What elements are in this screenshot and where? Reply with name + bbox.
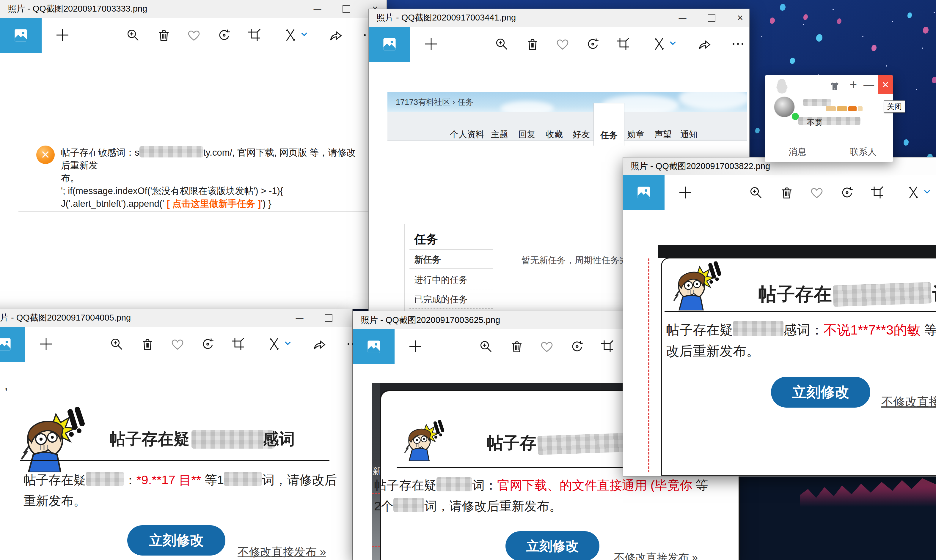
newbie-task-link[interactable]: [ 点击这里做新手任务 ] (167, 198, 261, 209)
message-text: 帖子存在疑 (23, 473, 86, 487)
divider (409, 249, 493, 250)
maximize-button[interactable] (314, 309, 343, 327)
rotate-icon[interactable] (586, 37, 600, 51)
modify-now-button[interactable]: 立刻修改 (506, 531, 600, 560)
minimize-button[interactable]: — (668, 9, 697, 27)
maximize-button[interactable] (332, 0, 361, 18)
blur-patch (191, 430, 275, 449)
crop-icon[interactable] (231, 337, 245, 351)
add-icon[interactable] (39, 337, 53, 351)
photos-logo-icon[interactable] (623, 175, 665, 210)
share-icon[interactable] (313, 337, 327, 351)
dotted-divider (409, 308, 493, 309)
alert-title-text: 帖子存在 (758, 284, 832, 304)
rotate-icon[interactable] (217, 28, 231, 42)
share-icon[interactable] (329, 28, 343, 42)
chevron-down-icon[interactable] (283, 338, 292, 353)
sensitive-word-red: 官网下载、的文件直接通用 (毕竟你 (497, 478, 692, 492)
message-text: 感词： (783, 322, 823, 337)
chevron-down-icon[interactable] (300, 30, 308, 44)
message-text: 词，请修改后重新发布。 (424, 499, 562, 513)
code-line: '; if(message.indexOf('您没有权限在该版块发帖') > -… (61, 186, 283, 196)
alert-message-line2: 2个词，请修改后重新发布。 (374, 498, 562, 515)
forum-tab[interactable]: 好友 (573, 112, 590, 145)
minimize-button[interactable]: — (285, 309, 314, 327)
maximize-button[interactable] (697, 9, 726, 27)
add-icon[interactable] (55, 28, 69, 42)
tab-messages[interactable]: 消息 (788, 146, 806, 158)
photos-logo-icon[interactable] (353, 329, 395, 364)
rotate-icon[interactable] (201, 337, 215, 351)
shocked-cartoon-icon (403, 420, 448, 466)
add-icon[interactable] (408, 339, 423, 354)
modify-now-button[interactable]: 立刻修改 (127, 525, 225, 555)
message-text: 等1个敏 (920, 322, 936, 337)
crop-icon[interactable] (870, 185, 884, 200)
share-icon[interactable] (697, 37, 712, 51)
chevron-down-icon[interactable] (668, 38, 677, 53)
publish-anyway-link[interactable]: 不修改直接发布 » (614, 551, 698, 560)
divider (19, 211, 369, 212)
rotate-icon[interactable] (840, 185, 854, 200)
minimize-button[interactable]: — (863, 78, 875, 91)
zoom-in-icon[interactable] (109, 337, 124, 351)
favorite-icon[interactable] (555, 37, 570, 51)
sidebar-item-ongoing-tasks[interactable]: 进行中的任务 (414, 274, 468, 286)
tab-contacts[interactable]: 联系人 (850, 146, 877, 158)
caption-buttons: — ✕ (668, 9, 755, 27)
favorite-icon[interactable] (810, 185, 824, 200)
photos-logo-icon[interactable] (0, 18, 42, 53)
forum-tab[interactable]: 任务 (594, 103, 625, 146)
favorite-icon[interactable] (187, 28, 201, 42)
forum-tab[interactable]: 主题 (491, 112, 508, 145)
favorite-icon[interactable] (170, 337, 185, 351)
rotate-icon[interactable] (570, 339, 584, 354)
close-button[interactable]: ✕ (878, 75, 893, 94)
minimize-button[interactable]: — (303, 0, 332, 18)
more-icon[interactable] (731, 37, 745, 51)
edit-icon[interactable] (267, 337, 281, 351)
level-badge (848, 106, 857, 111)
add-icon[interactable]: + (847, 78, 860, 91)
crop-icon[interactable] (600, 339, 614, 354)
publish-anyway-link[interactable]: 不修改直接发 (881, 394, 936, 410)
delete-icon[interactable] (157, 28, 171, 42)
zoom-in-icon[interactable] (749, 185, 763, 200)
forum-tab[interactable]: 勋章 (627, 112, 644, 145)
sidebar-item-new-tasks[interactable]: 新任务 (414, 254, 441, 266)
chevron-down-icon[interactable] (923, 187, 931, 202)
photos-logo-icon[interactable] (369, 27, 410, 62)
theme-dressup-icon[interactable] (830, 81, 840, 91)
crop-icon[interactable] (247, 28, 261, 42)
delete-icon[interactable] (780, 185, 794, 200)
modify-now-button[interactable]: 立刻修改 (771, 377, 870, 408)
window-title: 照片 - QQ截图20200917003625.png (361, 314, 500, 326)
add-icon[interactable] (424, 37, 438, 51)
forum-tab[interactable]: 回复 (518, 112, 535, 145)
publish-anyway-link[interactable]: 不修改直接发布 » (237, 545, 326, 560)
blurred-username (803, 99, 831, 106)
close-button[interactable]: ✕ (726, 9, 755, 27)
breadcrumb-root[interactable]: 17173有料社区 (396, 98, 450, 107)
message-text: 布。 (61, 173, 79, 183)
edit-icon[interactable] (283, 28, 298, 42)
photos-logo-icon[interactable] (0, 327, 25, 362)
forum-tab[interactable]: 收藏 (546, 112, 563, 145)
zoom-in-icon[interactable] (495, 37, 509, 51)
favorite-icon[interactable] (540, 339, 554, 354)
sidebar-item-completed-tasks[interactable]: 已完成的任务 (414, 294, 468, 306)
crop-icon[interactable] (616, 37, 630, 51)
delete-icon[interactable] (525, 37, 540, 51)
edit-icon[interactable] (906, 185, 921, 200)
forum-tab[interactable]: 声望 (654, 112, 672, 145)
forum-tab[interactable]: 通知 (680, 112, 697, 145)
delete-icon[interactable] (510, 339, 524, 354)
forum-tab[interactable]: 个人资料 (450, 112, 484, 145)
delete-icon[interactable] (140, 337, 154, 351)
add-icon[interactable] (678, 185, 692, 200)
edit-icon[interactable] (652, 37, 666, 51)
zoom-in-icon[interactable] (479, 339, 493, 354)
zoom-in-icon[interactable] (126, 28, 140, 42)
toolbar (623, 175, 936, 210)
alert-message-line1: 帖子存在疑词：官网下载、的文件直接通用 (毕竟你 等 (374, 477, 708, 494)
